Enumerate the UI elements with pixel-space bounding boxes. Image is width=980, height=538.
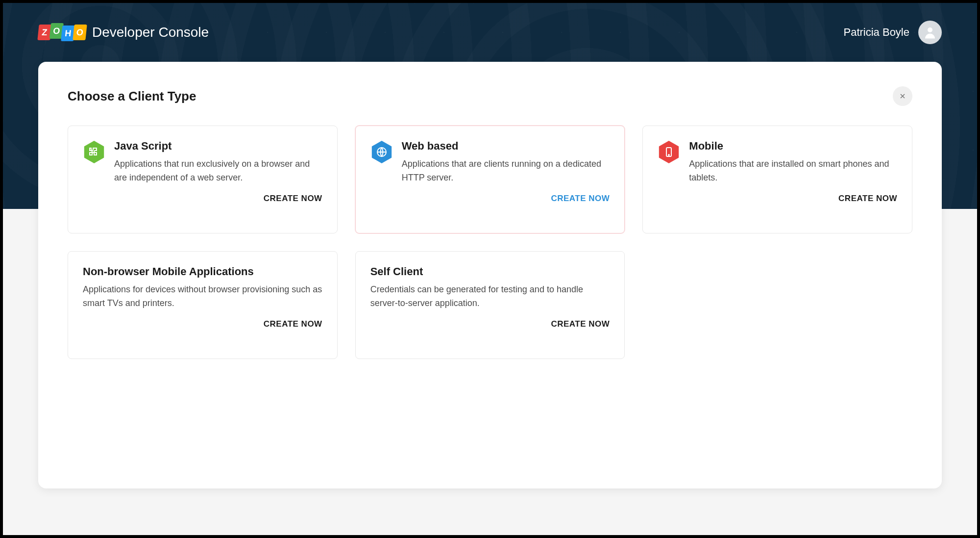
card-title: Java Script bbox=[114, 140, 322, 153]
brand: Z O H O Developer Console bbox=[38, 25, 209, 40]
user-name: Patricia Boyle bbox=[843, 26, 909, 39]
svg-point-3 bbox=[668, 154, 669, 155]
create-now-button[interactable]: CREATE NOW bbox=[264, 319, 322, 329]
create-now-button[interactable]: CREATE NOW bbox=[264, 194, 322, 204]
card-title: Non-browser Mobile Applications bbox=[83, 265, 322, 278]
card-desc: Credentials can be generated for testing… bbox=[370, 283, 610, 310]
client-type-cards: Java Script Applications that run exclus… bbox=[68, 126, 912, 359]
client-card-non-browser-mobile[interactable]: Non-browser Mobile Applications Applicat… bbox=[68, 251, 338, 359]
card-desc: Applications that run exclusively on a b… bbox=[114, 157, 322, 185]
puzzle-icon bbox=[83, 140, 105, 164]
phone-icon bbox=[658, 140, 680, 164]
panel-title: Choose a Client Type bbox=[68, 89, 196, 104]
create-now-button[interactable]: CREATE NOW bbox=[551, 194, 610, 204]
topbar: Z O H O Developer Console Patricia Boyle bbox=[3, 3, 977, 62]
create-now-button[interactable]: CREATE NOW bbox=[838, 194, 897, 204]
card-desc: Applications for devices without browser… bbox=[83, 283, 322, 310]
zoho-logo: Z O H O bbox=[38, 25, 85, 40]
card-title: Mobile bbox=[689, 140, 897, 153]
logo-letter-o2: O bbox=[73, 25, 87, 40]
app-title: Developer Console bbox=[92, 25, 209, 40]
svg-point-0 bbox=[928, 27, 932, 32]
avatar-icon bbox=[923, 25, 937, 40]
client-type-panel: Choose a Client Type Java Script Applica… bbox=[38, 62, 942, 488]
close-icon bbox=[899, 92, 906, 100]
close-button[interactable] bbox=[893, 86, 912, 106]
client-card-javascript[interactable]: Java Script Applications that run exclus… bbox=[68, 126, 338, 233]
card-title: Self Client bbox=[370, 265, 610, 278]
card-desc: Applications that are clients running on… bbox=[402, 157, 610, 185]
create-now-button[interactable]: CREATE NOW bbox=[551, 319, 610, 329]
globe-icon bbox=[370, 140, 393, 164]
client-card-self-client[interactable]: Self Client Credentials can be generated… bbox=[355, 251, 625, 359]
app-frame: Z O H O Developer Console Patricia Boyle… bbox=[0, 0, 980, 538]
card-title: Web based bbox=[402, 140, 610, 153]
card-desc: Applications that are installed on smart… bbox=[689, 157, 897, 185]
client-card-web-based[interactable]: Web based Applications that are clients … bbox=[355, 126, 625, 233]
user-area[interactable]: Patricia Boyle bbox=[843, 21, 942, 44]
client-card-mobile[interactable]: Mobile Applications that are installed o… bbox=[642, 126, 912, 233]
panel-header: Choose a Client Type bbox=[68, 86, 912, 106]
app-inner: Z O H O Developer Console Patricia Boyle… bbox=[3, 3, 977, 535]
avatar[interactable] bbox=[918, 21, 942, 44]
